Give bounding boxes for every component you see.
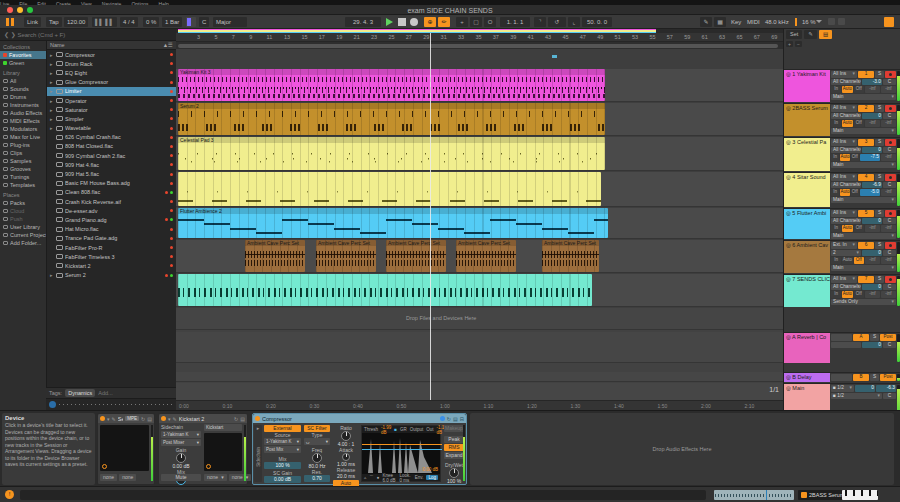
solo-button[interactable]: S	[875, 174, 884, 181]
browser-file-item[interactable]: FabFilter Pro-R	[47, 243, 176, 252]
plus-icon[interactable]: +	[786, 41, 793, 47]
send-b-field[interactable]: -inf	[881, 154, 896, 161]
favorite-red-dot-icon[interactable]	[170, 182, 173, 185]
track-name[interactable]: ◎ 1 Yakiman Kit	[784, 70, 830, 102]
folder-arrow-icon[interactable]: ▸	[50, 125, 54, 131]
browser-file-item[interactable]: 909 Hat 5.flac	[47, 169, 176, 178]
folder-arrow-icon[interactable]: ▸	[50, 107, 54, 113]
monitor-auto-button[interactable]: Auto	[842, 291, 852, 298]
automation-arm-button[interactable]: ✏	[438, 17, 450, 27]
piano-fold-icon[interactable]	[842, 490, 878, 500]
sidebar-collection-favorites[interactable]: Favorites	[0, 51, 46, 59]
send-b-field[interactable]: -inf	[881, 257, 896, 264]
track-header-1[interactable]: ◎ 1 Yakiman KitAll Ins▾1SAll Channels▾-3…	[784, 69, 900, 102]
pan-field[interactable]: C	[883, 79, 896, 86]
folder-arrow-icon[interactable]: ▸	[50, 272, 54, 278]
arrangement-clip[interactable]: Flutter Ambience 2	[178, 208, 608, 238]
external-button[interactable]: External	[264, 425, 301, 432]
arrangement-clip[interactable]: Yakiman Kit 3	[178, 69, 605, 101]
draw-mode-button[interactable]: ✎	[700, 17, 712, 27]
browser-file-item[interactable]: Crash Kick Reverse.aif	[47, 197, 176, 206]
stop-button[interactable]	[398, 18, 406, 26]
arrangement-position-field[interactable]: 29. 4. 3	[345, 17, 381, 27]
dry-wet-value[interactable]: 100 %	[444, 478, 464, 484]
input-routing-menu[interactable]: All Ins▾	[831, 71, 857, 78]
edit-plugin-icon[interactable]: ✎	[173, 416, 177, 422]
favorite-red-dot-icon[interactable]	[165, 191, 168, 194]
browser-file-item[interactable]: Hat Micro.flac	[47, 225, 176, 234]
favorite-red-dot-icon[interactable]	[170, 173, 173, 176]
floor-value[interactable]: 0.00 dB	[422, 467, 438, 472]
browser-back-icon[interactable]: ❮	[4, 32, 9, 38]
solo-button[interactable]: S	[875, 276, 884, 283]
key-root-menu[interactable]: C	[199, 17, 209, 27]
sort-icon[interactable]: ▲☰	[163, 41, 173, 49]
gain-knob[interactable]	[176, 453, 186, 463]
track-name[interactable]: ◎ B Delay	[784, 373, 830, 382]
monitor-off-button[interactable]: Off	[851, 154, 859, 161]
folder-arrow-icon[interactable]: ▸	[50, 70, 54, 76]
midi-map-mode-button[interactable]: MIDI	[744, 17, 763, 27]
groove-amount-field[interactable]: 0 %	[143, 17, 159, 27]
mixpoint-menu[interactable]: Post Mix▾	[264, 446, 301, 453]
main-volume-field[interactable]: 0	[855, 385, 875, 392]
solo-button[interactable]: S	[870, 374, 879, 381]
cpu-menu-caret[interactable]	[816, 20, 822, 23]
browser-file-item[interactable]: ▸Drum Rack	[47, 59, 176, 68]
log-button[interactable]: Log	[426, 475, 438, 480]
track-number-badge[interactable]: 5	[858, 210, 874, 217]
post-toggle[interactable]: Post	[880, 374, 896, 381]
link-button[interactable]: Link	[24, 17, 41, 27]
gr-toggle[interactable]: ■	[394, 427, 397, 432]
input-routing-menu[interactable]: Ext. In▾	[831, 242, 857, 249]
play-button[interactable]	[386, 18, 393, 26]
monitor-off-button[interactable]: Off	[854, 257, 864, 264]
key-map-mode-button[interactable]: Key	[728, 17, 744, 27]
release-value[interactable]: 20.0 ms	[333, 473, 359, 479]
folder-arrow-icon[interactable]: ▸	[50, 88, 54, 94]
panel-layout-toggle-icon[interactable]	[884, 17, 894, 27]
browser-file-item[interactable]: ▸Glue Compressor	[47, 78, 176, 87]
sidechain-mixpoint-menu[interactable]: Post Mixer▾	[161, 439, 201, 446]
expand-button[interactable]: Expand	[444, 452, 464, 459]
sidebar-item-all[interactable]: All	[0, 77, 46, 85]
solo-button[interactable]: S	[875, 71, 884, 78]
device-kickstart-title-bar[interactable]: ▾ ✎ Kickstart 2 ↻ ▤	[159, 414, 247, 423]
scale-name-menu[interactable]: Major	[213, 17, 247, 27]
track-name[interactable]: ◎ 4 Sitar Sound	[784, 173, 830, 207]
send-a-field[interactable]: -inf	[865, 225, 880, 232]
browser-file-item[interactable]: Trance Pad Gate.adg	[47, 234, 176, 243]
cue-volume-field[interactable]: -6.3	[876, 385, 896, 392]
favorite-red-dot-icon[interactable]	[170, 145, 173, 148]
track-name[interactable]: ◎ Main	[784, 384, 830, 410]
lock-envelopes-icon[interactable]: ▤	[819, 30, 832, 39]
hot-swap-icon[interactable]: ↻	[234, 416, 238, 422]
monitor-off-button[interactable]: Off	[851, 189, 859, 196]
volume-field[interactable]: -3.0	[862, 79, 882, 86]
punch-in-button[interactable]: ⌝	[534, 17, 546, 27]
favorite-red-dot-icon[interactable]	[170, 246, 173, 249]
track-name[interactable]: ◎ 2BASS Serum	[784, 104, 830, 136]
solo-button[interactable]: S	[875, 210, 884, 217]
pan-field[interactable]: C	[883, 342, 896, 349]
monitor-in-button[interactable]: In	[831, 154, 839, 161]
monitor-auto-button[interactable]: Auto	[842, 86, 852, 93]
tempo-field[interactable]: 120.00	[64, 17, 88, 27]
monitor-off-button[interactable]: Off	[854, 225, 864, 232]
send-a-field[interactable]: -inf	[865, 257, 880, 264]
monitor-in-button[interactable]: In	[831, 225, 841, 232]
edit-plugin-icon[interactable]: ✎	[112, 416, 116, 422]
arrangement-clip[interactable]: Ambient Cave Perc Set	[316, 240, 376, 272]
return-badge[interactable]: A	[853, 334, 869, 341]
device-on-icon[interactable]	[161, 416, 166, 421]
minus-icon[interactable]: −	[795, 41, 802, 47]
input-channel-menu[interactable]: All Channels▾	[831, 182, 861, 189]
send-a-field[interactable]: -7.5	[860, 154, 880, 161]
monitor-auto-button[interactable]: Auto	[842, 257, 852, 264]
browser-file-item[interactable]: ▸Wavetable	[47, 124, 176, 133]
loop-length-field[interactable]: 50. 0. 0	[582, 17, 612, 27]
browser-file-item[interactable]: ▸Serum 2	[47, 271, 176, 280]
horizontal-scrollbar[interactable]	[178, 44, 778, 48]
source-menu[interactable]: 1-Yakiman K▾	[264, 438, 301, 445]
hot-swap-circle-icon[interactable]	[102, 464, 107, 469]
